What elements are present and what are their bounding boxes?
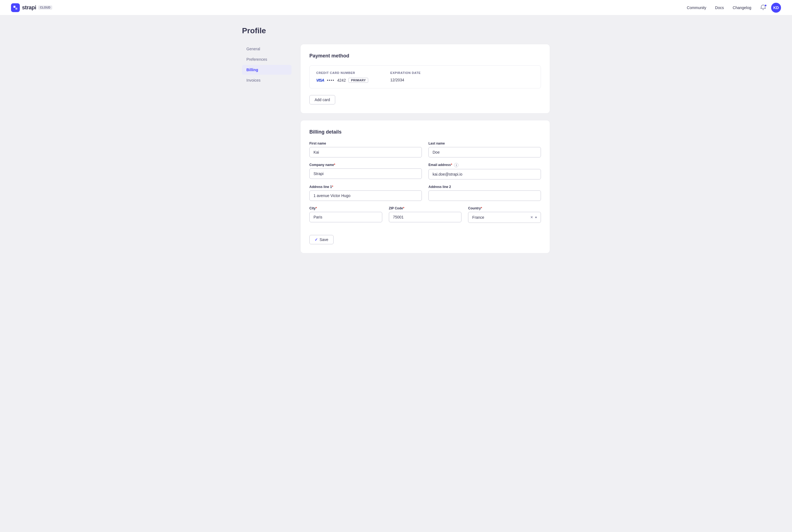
logo-icon: [11, 3, 20, 12]
company-name-input[interactable]: [309, 168, 422, 179]
svg-rect-0: [14, 6, 15, 8]
navbar-right: Community Docs Changelog KD: [687, 3, 781, 13]
billing-details-title: Billing details: [309, 129, 541, 135]
city-group: City*: [309, 206, 382, 223]
sidebar-item-invoices[interactable]: Invoices: [242, 75, 292, 85]
address1-label: Address line 1*: [309, 185, 422, 189]
company-name-group: Company name*: [309, 163, 422, 179]
address2-input[interactable]: [428, 190, 541, 201]
payment-card-row: CREDIT CARD NUMBER VISA •••• 4242 PRIMAR…: [309, 65, 541, 89]
email-group: Email address* i: [428, 163, 541, 179]
credit-card-number-label: CREDIT CARD NUMBER: [316, 71, 368, 74]
first-name-label: First name: [309, 141, 422, 145]
city-input[interactable]: [309, 212, 382, 222]
payment-method-card: Payment method CREDIT CARD NUMBER VISA •…: [300, 44, 550, 113]
sidebar: General Preferences Billing Invoices: [242, 44, 292, 253]
zip-label: ZIP Code*: [389, 206, 462, 210]
email-label: Email address* i: [428, 163, 541, 167]
email-info-icon[interactable]: i: [454, 163, 458, 167]
country-clear-icon[interactable]: ×: [531, 215, 533, 220]
cloud-badge: CLOUD: [38, 5, 52, 10]
expiry-value: 12/2034: [390, 78, 421, 82]
primary-badge: PRIMARY: [348, 78, 368, 83]
city-zip-country-row: City* ZIP Code* Country*: [309, 206, 541, 223]
country-label: Country*: [468, 206, 541, 210]
country-value: France: [472, 215, 530, 220]
address1-group: Address line 1*: [309, 185, 422, 201]
name-row: First name Last name: [309, 141, 541, 157]
company-name-label: Company name*: [309, 163, 422, 167]
country-group: Country* France × ▾: [468, 206, 541, 223]
logo-text: strapi: [22, 4, 36, 11]
city-label: City*: [309, 206, 382, 210]
page-container: Profile General Preferences Billing Invo…: [231, 15, 561, 264]
payment-card-number: VISA •••• 4242 PRIMARY: [316, 78, 368, 83]
nav-community[interactable]: Community: [687, 5, 706, 10]
check-icon: ✓: [315, 238, 318, 242]
visa-logo: VISA: [316, 78, 324, 82]
add-card-label: Add card: [315, 98, 330, 102]
content-layout: General Preferences Billing Invoices Pay…: [242, 44, 550, 253]
credit-card-number-section: CREDIT CARD NUMBER VISA •••• 4242 PRIMAR…: [316, 71, 368, 83]
sidebar-item-billing[interactable]: Billing: [242, 65, 292, 75]
main-content: Payment method CREDIT CARD NUMBER VISA •…: [300, 44, 550, 253]
country-chevron-icon: ▾: [535, 215, 537, 219]
address2-group: Address line 2: [428, 185, 541, 201]
sidebar-item-preferences[interactable]: Preferences: [242, 54, 292, 64]
bell-dot: [765, 4, 767, 6]
sidebar-item-general[interactable]: General: [242, 44, 292, 54]
svg-rect-1: [15, 8, 17, 10]
billing-details-card: Billing details First name Last name: [300, 120, 550, 253]
expiry-section: EXPIRATION DATE 12/2034: [390, 71, 421, 83]
expiry-label: EXPIRATION DATE: [390, 71, 421, 74]
card-dots: ••••: [327, 78, 335, 82]
navbar: strapi CLOUD Community Docs Changelog KD: [0, 0, 792, 15]
company-email-row: Company name* Email address* i: [309, 163, 541, 179]
nav-docs[interactable]: Docs: [715, 5, 724, 10]
nav-changelog[interactable]: Changelog: [733, 5, 751, 10]
address1-input[interactable]: [309, 190, 422, 201]
first-name-group: First name: [309, 141, 422, 157]
first-name-input[interactable]: [309, 147, 422, 157]
save-button[interactable]: ✓ Save: [309, 235, 334, 244]
payment-method-title: Payment method: [309, 53, 541, 59]
add-card-button[interactable]: Add card: [309, 95, 335, 104]
last-name-group: Last name: [428, 141, 541, 157]
last-name-label: Last name: [428, 141, 541, 145]
avatar[interactable]: KD: [771, 3, 781, 13]
logo-area: strapi CLOUD: [11, 3, 52, 12]
last-name-input[interactable]: [428, 147, 541, 157]
save-label: Save: [319, 238, 328, 242]
zip-group: ZIP Code*: [389, 206, 462, 223]
email-input[interactable]: [428, 169, 541, 179]
zip-input[interactable]: [389, 212, 462, 222]
country-select[interactable]: France × ▾: [468, 212, 541, 223]
nav-icons: KD: [760, 3, 781, 13]
address-row: Address line 1* Address line 2: [309, 185, 541, 201]
card-last4: 4242: [337, 78, 346, 82]
address2-label: Address line 2: [428, 185, 541, 189]
page-title: Profile: [242, 26, 550, 35]
bell-icon[interactable]: [760, 4, 767, 11]
